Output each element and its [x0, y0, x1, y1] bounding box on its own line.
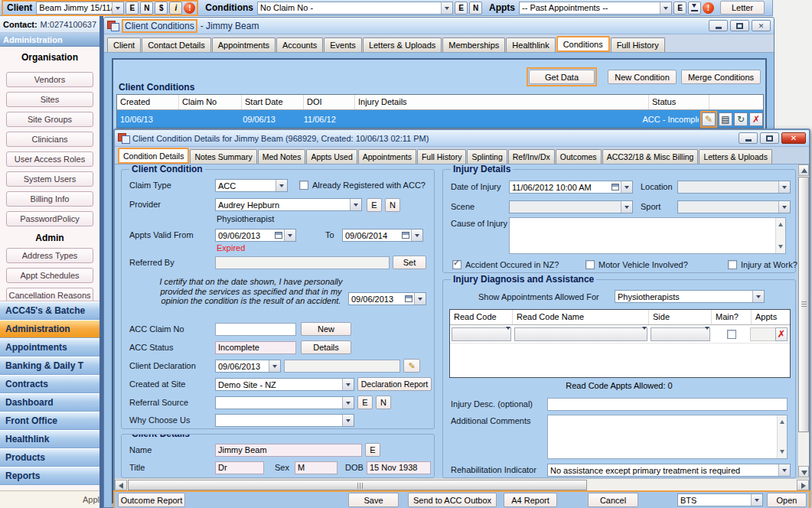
- read-code-combo[interactable]: [452, 327, 511, 341]
- letter-button[interactable]: Letter: [720, 1, 765, 15]
- sidebar-item-front-office[interactable]: Front Office: [0, 412, 99, 430]
- scroll-right-icon[interactable]: [797, 480, 809, 490]
- sidebar-item-appointments[interactable]: Appointments: [0, 338, 99, 357]
- conditions-combo[interactable]: No Claim No -: [257, 2, 453, 15]
- scrollbar-thumb[interactable]: [128, 480, 587, 490]
- tab-med-notes[interactable]: Med Notes: [258, 149, 306, 164]
- sidebar-button-system-users[interactable]: System Users: [6, 171, 93, 187]
- client-alert-icon[interactable]: !: [184, 2, 195, 14]
- chevron-down-icon[interactable]: [276, 180, 287, 191]
- scroll-down-icon[interactable]: [798, 466, 809, 477]
- client-declaration-date[interactable]: 09/06/2013: [215, 360, 281, 373]
- refresh-icon[interactable]: ↻: [734, 112, 748, 126]
- sidebar-item-acc45s-batches[interactable]: ACC45's & Batche: [0, 301, 99, 320]
- declaration-edit-icon[interactable]: ✎: [403, 359, 420, 373]
- sidebar-button-site-groups[interactable]: Site Groups: [6, 112, 93, 127]
- tab-contact-details[interactable]: Contact Details: [142, 37, 211, 52]
- new-button[interactable]: New: [301, 322, 351, 336]
- tab-splinting[interactable]: Splinting: [467, 149, 507, 164]
- side-combo[interactable]: [651, 327, 710, 341]
- appts-valid-to-date[interactable]: 09/06/2014: [342, 229, 423, 242]
- scene-combo[interactable]: [509, 200, 633, 213]
- minimize-button[interactable]: [709, 20, 728, 31]
- additional-comments-textarea[interactable]: [547, 415, 788, 459]
- tab-accounts[interactable]: Accounts: [276, 37, 323, 52]
- tab-ref-inv-dx[interactable]: Ref/Inv/Dx: [508, 149, 555, 164]
- scrollbar-thumb[interactable]: [798, 177, 809, 432]
- chevron-down-icon[interactable]: [778, 201, 790, 213]
- created-at-site-combo[interactable]: Demo Site - NZ: [215, 378, 354, 391]
- sidebar-item-dashboard[interactable]: Dashboard: [0, 393, 99, 412]
- bts-combo[interactable]: BTS: [677, 493, 763, 506]
- chevron-down-icon[interactable]: [112, 2, 123, 14]
- main-checkbox[interactable]: ✓: [727, 330, 736, 339]
- details-button[interactable]: Details: [301, 340, 351, 354]
- appts-alert-icon[interactable]: !: [703, 2, 714, 14]
- close-button[interactable]: ✕: [752, 20, 771, 31]
- client-combo[interactable]: Beam Jimmy 15/11/1938: [36, 2, 124, 15]
- certify-date[interactable]: 09/06/2013: [348, 292, 426, 305]
- tab-conditions[interactable]: Conditions: [556, 36, 610, 52]
- referral-n-button[interactable]: N: [376, 396, 391, 409]
- client-declaration-field[interactable]: [284, 360, 400, 373]
- document-icon[interactable]: ▤: [719, 112, 732, 126]
- chevron-down-icon[interactable]: [751, 494, 762, 506]
- tab-notes-summary[interactable]: Notes Summary: [190, 149, 256, 164]
- claim-type-combo[interactable]: ACC: [215, 179, 288, 192]
- name-field[interactable]: Jimmy Beam: [215, 444, 362, 457]
- merge-conditions-button[interactable]: Merge Conditions: [681, 70, 761, 84]
- tab-memberships[interactable]: Memberships: [442, 37, 505, 52]
- get-data-button[interactable]: Get Data: [529, 70, 595, 84]
- rehab-indicator-combo[interactable]: No assistance except primary treatment i…: [547, 464, 791, 477]
- chevron-down-icon[interactable]: [411, 230, 422, 241]
- save-button[interactable]: Save: [348, 493, 399, 507]
- sidebar-item-products[interactable]: Products: [0, 448, 99, 467]
- read-code-name-combo[interactable]: [514, 327, 647, 341]
- sidebar-item-contracts[interactable]: Contracts: [0, 375, 99, 393]
- scroll-up-icon[interactable]: [798, 164, 809, 176]
- sidebar-button-address-types[interactable]: Address Types: [6, 248, 93, 263]
- tab-letters-uploads[interactable]: Letters & Uploads: [363, 37, 442, 52]
- scrollbar[interactable]: [777, 415, 787, 458]
- chevron-down-icon[interactable]: [752, 291, 764, 302]
- referral-e-button[interactable]: E: [357, 396, 373, 409]
- provider-e-button[interactable]: E: [367, 198, 382, 212]
- chevron-down-icon[interactable]: [350, 199, 361, 210]
- tab-acc32-misc-billing[interactable]: ACC32/18 & Misc Billing: [602, 149, 699, 164]
- scroll-left-icon[interactable]: [115, 480, 127, 490]
- tab-full-history[interactable]: Full History: [611, 37, 665, 52]
- appts-combo[interactable]: -- Past Appointments --: [519, 2, 672, 15]
- cause-of-injury-textarea[interactable]: [509, 217, 786, 254]
- tab-appointments[interactable]: Appointments: [358, 149, 416, 164]
- appts-e-button[interactable]: E: [673, 2, 686, 15]
- sidebar-button-appt-schedules[interactable]: Appt Schedules: [6, 268, 93, 283]
- read-code-row[interactable]: ✓ ✗: [450, 325, 790, 344]
- client-n-button[interactable]: N: [140, 2, 153, 15]
- sidebar-button-sites[interactable]: Sites: [6, 92, 93, 107]
- set-button[interactable]: Set: [393, 256, 426, 269]
- accident-nz-checkbox[interactable]: ✓: [452, 260, 461, 269]
- chevron-down-icon[interactable]: [284, 230, 295, 241]
- chevron-down-icon[interactable]: [660, 2, 671, 14]
- motor-vehicle-checkbox[interactable]: ✓: [585, 260, 595, 269]
- sidebar-button-vendors[interactable]: Vendors: [6, 72, 93, 87]
- chevron-down-icon[interactable]: [441, 2, 452, 14]
- name-e-button[interactable]: E: [365, 443, 380, 457]
- sidebar-item-administration[interactable]: Administration: [0, 320, 99, 338]
- tab-letters-uploads[interactable]: Letters & Uploads: [699, 149, 771, 164]
- sex-field[interactable]: M: [295, 461, 338, 474]
- sidebar-button-billing-info[interactable]: Billing Info: [6, 191, 93, 207]
- new-condition-button[interactable]: New Condition: [608, 70, 677, 84]
- location-combo[interactable]: [677, 181, 791, 194]
- delete-icon[interactable]: ✗: [749, 112, 763, 126]
- minimize-button[interactable]: [739, 132, 758, 144]
- chevron-down-icon[interactable]: [269, 360, 280, 372]
- appts-export-button[interactable]: [688, 2, 701, 15]
- sidebar-button-clinicians[interactable]: Clinicians: [6, 132, 93, 147]
- chevron-down-icon[interactable]: [621, 201, 632, 213]
- sidebar-item-reports[interactable]: Reports: [0, 467, 99, 485]
- tab-events[interactable]: Events: [324, 37, 362, 52]
- close-button[interactable]: ✕: [781, 132, 806, 144]
- vertical-scrollbar[interactable]: [797, 164, 809, 478]
- outcome-report-button[interactable]: Outcome Report: [118, 493, 185, 507]
